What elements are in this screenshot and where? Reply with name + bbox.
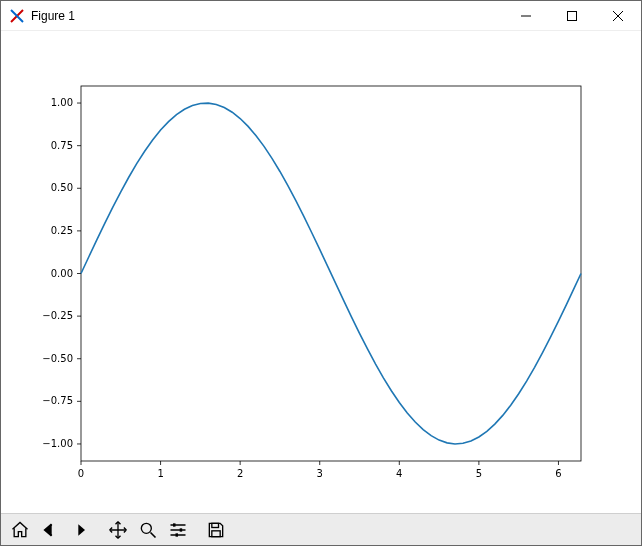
svg-rect-24 — [173, 523, 176, 526]
x-tick-label: 4 — [396, 468, 402, 479]
home-icon — [10, 520, 30, 540]
arrow-right-icon — [70, 520, 90, 540]
window-titlebar: Figure 1 — [1, 1, 641, 31]
window-close-button[interactable] — [595, 1, 641, 31]
plot-canvas[interactable]: 0123456−1.00−0.75−0.50−0.250.000.250.500… — [1, 31, 641, 513]
svg-rect-26 — [176, 533, 179, 536]
back-button[interactable] — [35, 516, 65, 544]
save-icon — [206, 520, 226, 540]
window-minimize-button[interactable] — [503, 1, 549, 31]
y-tick-label: 0.00 — [51, 268, 73, 279]
y-tick-label: 0.75 — [51, 140, 73, 151]
pan-button[interactable] — [103, 516, 133, 544]
configure-subplots-button[interactable] — [163, 516, 193, 544]
x-tick-label: 3 — [317, 468, 323, 479]
sliders-icon — [168, 520, 188, 540]
y-tick-label: 1.00 — [51, 97, 73, 108]
svg-point-23 — [141, 523, 151, 533]
plot-svg: 0123456−1.00−0.75−0.50−0.250.000.250.500… — [1, 31, 641, 513]
move-icon — [108, 520, 128, 540]
svg-rect-27 — [212, 523, 219, 527]
svg-rect-25 — [180, 528, 183, 531]
y-tick-label: 0.25 — [51, 225, 73, 236]
app-icon — [9, 8, 25, 24]
y-tick-label: −0.25 — [42, 310, 73, 321]
x-tick-label: 2 — [237, 468, 243, 479]
svg-rect-3 — [568, 11, 577, 20]
navigation-toolbar — [1, 513, 641, 545]
y-tick-label: −0.75 — [42, 395, 73, 406]
x-tick-label: 0 — [78, 468, 84, 479]
zoom-icon — [138, 520, 158, 540]
window-title: Figure 1 — [31, 9, 75, 23]
x-tick-label: 5 — [476, 468, 482, 479]
y-tick-label: −1.00 — [42, 438, 73, 449]
x-tick-label: 6 — [555, 468, 561, 479]
save-button[interactable] — [201, 516, 231, 544]
y-tick-label: 0.50 — [51, 182, 73, 193]
arrow-left-icon — [40, 520, 60, 540]
home-button[interactable] — [5, 516, 35, 544]
data-line-0 — [81, 103, 581, 444]
y-tick-label: −0.50 — [42, 353, 73, 364]
svg-rect-28 — [212, 530, 220, 536]
forward-button[interactable] — [65, 516, 95, 544]
zoom-button[interactable] — [133, 516, 163, 544]
x-tick-label: 1 — [157, 468, 163, 479]
window-maximize-button[interactable] — [549, 1, 595, 31]
